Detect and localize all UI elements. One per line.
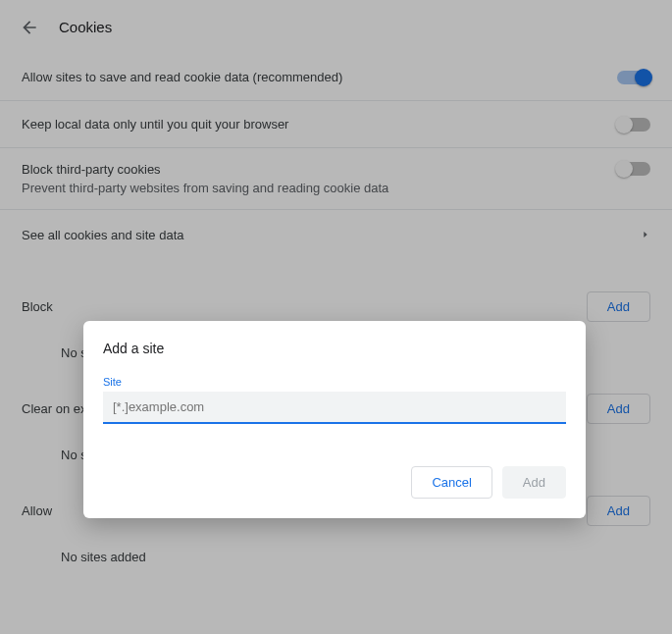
modal-scrim[interactable] [0,0,672,634]
field-label-site: Site [103,376,566,388]
site-input[interactable] [103,392,566,424]
add-site-dialog: Add a site Site Cancel Add [83,321,586,518]
dialog-title: Add a site [103,341,566,356]
add-button[interactable]: Add [502,466,566,499]
cancel-button[interactable]: Cancel [411,466,491,499]
